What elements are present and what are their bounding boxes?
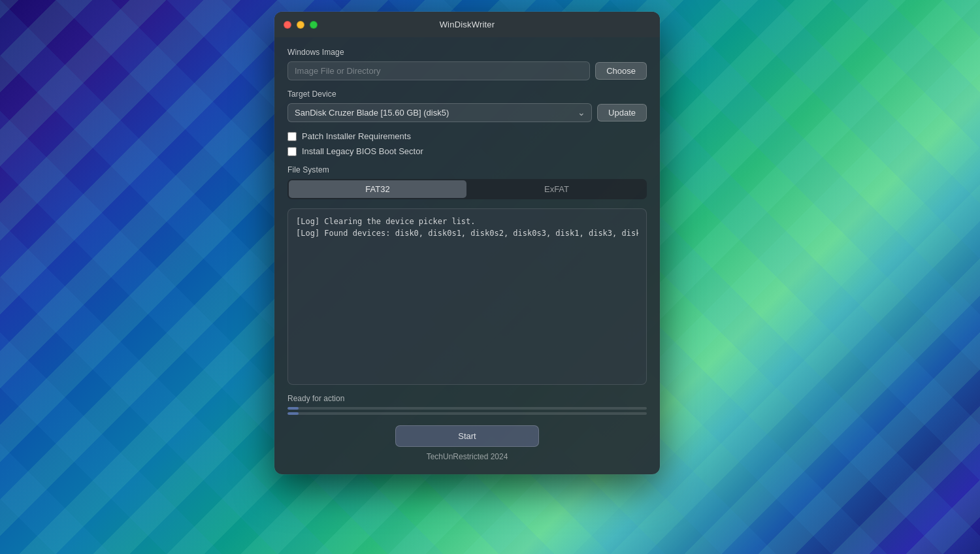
log-line-1: [Log] Clearing the device picker list. <box>296 216 638 227</box>
update-button[interactable]: Update <box>597 104 647 122</box>
windows-image-label: Windows Image <box>287 48 647 57</box>
target-device-label: Target Device <box>287 90 647 99</box>
progress-track-1 <box>287 407 647 410</box>
log-area: [Log] Clearing the device picker list. [… <box>287 208 647 385</box>
start-button[interactable]: Start <box>395 425 539 447</box>
patch-installer-checkbox[interactable] <box>287 132 297 141</box>
status-section: Ready for action <box>287 394 647 415</box>
windows-image-section: Windows Image Choose <box>287 48 647 80</box>
minimize-button[interactable] <box>297 21 304 29</box>
file-system-label: File System <box>287 165 647 174</box>
start-button-row: Start <box>287 425 647 447</box>
titlebar: WinDiskWriter <box>274 12 660 37</box>
traffic-lights <box>284 21 318 29</box>
main-window: WinDiskWriter Windows Image Choose Targe… <box>274 12 660 474</box>
install-legacy-bios-checkbox[interactable] <box>287 147 297 156</box>
device-select[interactable]: SanDisk Cruzer Blade [15.60 GB] (disk5) <box>287 103 592 122</box>
footer: TechUnRestricted 2024 <box>287 452 647 461</box>
windows-image-row: Choose <box>287 61 647 80</box>
file-system-section: File System FAT32 ExFAT <box>287 165 647 199</box>
patch-installer-row: Patch Installer Requirements <box>287 131 647 141</box>
window-title: WinDiskWriter <box>440 20 495 29</box>
checkboxes-section: Patch Installer Requirements Install Leg… <box>287 131 647 156</box>
progress-track-2 <box>287 412 647 415</box>
maximize-button[interactable] <box>310 21 318 29</box>
status-text: Ready for action <box>287 394 647 403</box>
install-legacy-bios-row: Install Legacy BIOS Boot Sector <box>287 146 647 156</box>
close-button[interactable] <box>284 21 291 29</box>
patch-installer-label: Patch Installer Requirements <box>302 131 411 141</box>
image-file-input[interactable] <box>287 61 590 80</box>
tab-exfat[interactable]: ExFAT <box>468 180 645 198</box>
tab-fat32[interactable]: FAT32 <box>289 180 466 198</box>
target-device-row: SanDisk Cruzer Blade [15.60 GB] (disk5) … <box>287 103 647 122</box>
target-device-section: Target Device SanDisk Cruzer Blade [15.6… <box>287 90 647 122</box>
progress-fill-2 <box>287 412 299 415</box>
choose-button[interactable]: Choose <box>595 62 647 80</box>
file-system-tabs: FAT32 ExFAT <box>287 179 647 199</box>
log-line-2: [Log] Found devices: disk0, disk0s1, dis… <box>296 227 638 239</box>
window-body: Windows Image Choose Target Device SanDi… <box>274 37 660 474</box>
install-legacy-bios-label: Install Legacy BIOS Boot Sector <box>302 146 423 156</box>
progress-fill-1 <box>287 407 299 410</box>
device-select-wrapper: SanDisk Cruzer Blade [15.60 GB] (disk5) <box>287 103 592 122</box>
